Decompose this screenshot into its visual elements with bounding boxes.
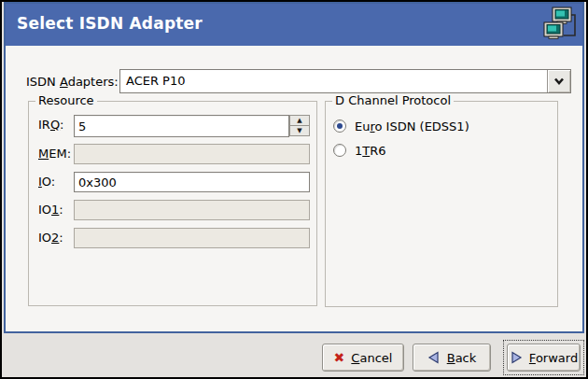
network-computers-icon [542, 7, 578, 47]
forward-button-label: Forward [529, 351, 578, 365]
io-label: IO: [38, 172, 55, 192]
select-isdn-adapter-dialog: Select ISDN Adapter [0, 0, 588, 379]
radio-option-euro-isdn[interactable]: Euro ISDN (EDSS1) [333, 119, 469, 133]
irq-label: IRQ: [38, 115, 64, 135]
resource-group-title: Resource [35, 93, 97, 108]
arrow-right-icon [510, 351, 523, 364]
radio-label: 1TR6 [355, 144, 386, 158]
mem-input [74, 144, 310, 164]
radio-option-1tr6[interactable]: 1TR6 [333, 143, 386, 158]
spin-down-icon[interactable]: ▼ [289, 125, 310, 136]
resource-group: Resource IRQ: ▲ ▼ MEM: IO: IO1: IO2: [28, 101, 317, 306]
back-button-label: Back [447, 351, 477, 365]
wizard-page-pane: Select ISDN Adapter [4, 2, 584, 333]
combobox-dropdown-button[interactable] [547, 70, 570, 92]
cancel-x-icon: ✖ [334, 351, 345, 364]
cancel-button[interactable]: ✖ Cancel [322, 344, 404, 372]
title-banner: Select ISDN Adapter [6, 4, 582, 46]
irq-input[interactable] [74, 115, 289, 137]
chevron-down-icon [553, 77, 565, 85]
irq-spin-buttons: ▲ ▼ [289, 115, 310, 137]
isdn-adapter-combobox[interactable]: ACER P10 [119, 69, 571, 93]
forward-button[interactable]: Forward [507, 344, 581, 372]
io2-label: IO2: [38, 228, 63, 248]
radio-button-icon[interactable] [333, 144, 346, 157]
mem-label: MEM: [38, 144, 71, 164]
io-input[interactable] [74, 172, 310, 192]
d-channel-protocol-group: D Channel Protocol Euro ISDN (EDSS1) 1TR… [325, 101, 558, 307]
irq-spinbox: ▲ ▼ [74, 115, 310, 137]
radio-button-icon[interactable] [333, 119, 346, 133]
d-channel-protocol-group-title: D Channel Protocol [332, 93, 454, 108]
isdn-adapter-selected-value: ACER P10 [126, 70, 186, 92]
radio-label: Euro ISDN (EDSS1) [355, 119, 469, 133]
cancel-button-label: Cancel [351, 351, 392, 365]
back-button[interactable]: Back [413, 344, 491, 372]
forward-button-focus-ring: Forward [503, 340, 584, 375]
io2-input [74, 228, 310, 248]
page-title: Select ISDN Adapter [17, 14, 203, 33]
isdn-adapters-label: ISDN Adapters: [26, 75, 119, 89]
io1-input [74, 200, 310, 220]
arrow-left-icon [427, 351, 441, 364]
io1-label: IO1: [38, 200, 63, 220]
